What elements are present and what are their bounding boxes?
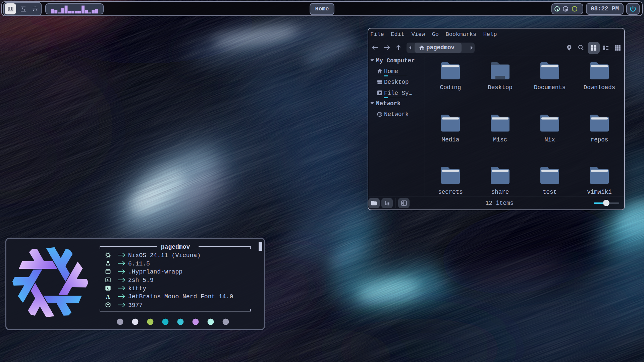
svg-text:JetBrains Mono Nerd Font 14.0: JetBrains Mono Nerd Font 14.0 [128,293,233,300]
svg-text:6.11.5: 6.11.5 [128,260,150,267]
svg-text:A: A [106,294,110,300]
svg-text:.Hyprland-wrapp: .Hyprland-wrapp [128,268,182,275]
svg-text:kitty: kitty [128,285,146,292]
svg-text:Nix: Nix [544,136,555,143]
svg-text:pagedmov: pagedmov [161,244,190,250]
svg-text:vimwiki: vimwiki [587,189,612,195]
svg-text:Documents: Documents [534,84,566,91]
svg-text:Media: Media [442,136,460,143]
svg-text:Desktop: Desktop [488,84,513,91]
svg-text:secrets: secrets [438,189,463,195]
svg-text:repos: repos [591,136,608,143]
svg-text:share: share [491,189,509,195]
svg-text:Downloads: Downloads [584,84,615,91]
svg-text:NixOS 24.11 (Vicuna): NixOS 24.11 (Vicuna) [128,252,201,259]
svg-text:3977: 3977 [128,302,143,309]
svg-text:zsh 5.9: zsh 5.9 [128,277,154,284]
svg-text:test: test [543,189,557,195]
svg-text:Coding: Coding [440,84,461,91]
svg-text:Misc: Misc [493,136,507,143]
